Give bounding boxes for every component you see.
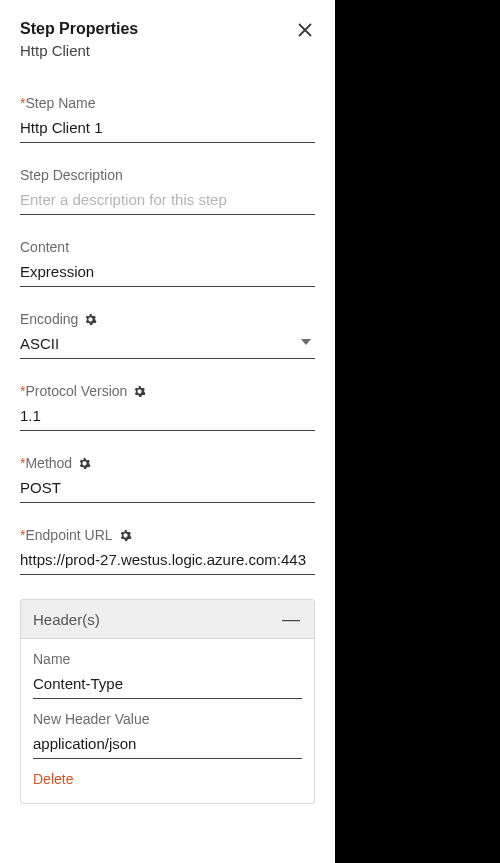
endpoint-label-row: * Endpoint URL xyxy=(20,527,315,543)
collapse-button[interactable]: — xyxy=(280,610,302,628)
step-name-label-row: * Step Name xyxy=(20,95,315,111)
field-header-name: Name xyxy=(33,651,302,699)
step-properties-panel: Step Properties Http Client * Step Name … xyxy=(0,0,335,863)
panel-title: Step Properties xyxy=(20,20,138,38)
headers-body: Name New Header Value Delete xyxy=(21,639,314,803)
step-desc-input[interactable] xyxy=(20,187,315,215)
panel-header: Step Properties xyxy=(20,20,315,40)
method-input[interactable] xyxy=(20,475,315,503)
content-label-row: Content xyxy=(20,239,315,255)
field-content: Content xyxy=(20,239,315,287)
field-step-name: * Step Name xyxy=(20,95,315,143)
field-endpoint-url: * Endpoint URL xyxy=(20,527,315,575)
field-encoding: Encoding xyxy=(20,311,315,359)
delete-header-button[interactable]: Delete xyxy=(33,769,73,789)
minus-icon: — xyxy=(282,609,300,629)
headers-title: Header(s) xyxy=(33,611,100,628)
endpoint-input[interactable] xyxy=(20,547,315,575)
gear-icon[interactable] xyxy=(133,385,146,398)
header-value-label-row: New Header Value xyxy=(33,711,302,727)
field-method: * Method xyxy=(20,455,315,503)
step-name-input[interactable] xyxy=(20,115,315,143)
gear-icon[interactable] xyxy=(119,529,132,542)
encoding-select[interactable] xyxy=(20,331,315,359)
method-label-row: * Method xyxy=(20,455,315,471)
close-icon xyxy=(297,22,313,38)
protocol-label: Protocol Version xyxy=(25,383,127,399)
field-step-description: Step Description xyxy=(20,167,315,215)
field-header-value: New Header Value xyxy=(33,711,302,759)
step-name-label: Step Name xyxy=(25,95,95,111)
header-name-label: Name xyxy=(33,651,70,667)
headers-header[interactable]: Header(s) — xyxy=(21,600,314,639)
header-name-input[interactable] xyxy=(33,671,302,699)
gear-icon[interactable] xyxy=(78,457,91,470)
step-desc-label-row: Step Description xyxy=(20,167,315,183)
content-label: Content xyxy=(20,239,69,255)
field-protocol-version: * Protocol Version xyxy=(20,383,315,431)
gear-icon[interactable] xyxy=(84,313,97,326)
protocol-label-row: * Protocol Version xyxy=(20,383,315,399)
panel-subtitle: Http Client xyxy=(20,42,315,59)
protocol-input[interactable] xyxy=(20,403,315,431)
encoding-label: Encoding xyxy=(20,311,78,327)
background-region xyxy=(335,0,500,863)
method-label: Method xyxy=(25,455,72,471)
endpoint-label: Endpoint URL xyxy=(25,527,112,543)
content-input[interactable] xyxy=(20,259,315,287)
step-desc-label: Step Description xyxy=(20,167,123,183)
close-button[interactable] xyxy=(295,20,315,40)
encoding-select-wrap xyxy=(20,331,315,359)
header-name-label-row: Name xyxy=(33,651,302,667)
encoding-label-row: Encoding xyxy=(20,311,315,327)
header-value-input[interactable] xyxy=(33,731,302,759)
header-value-label: New Header Value xyxy=(33,711,149,727)
headers-section: Header(s) — Name New Header Value Delete xyxy=(20,599,315,804)
